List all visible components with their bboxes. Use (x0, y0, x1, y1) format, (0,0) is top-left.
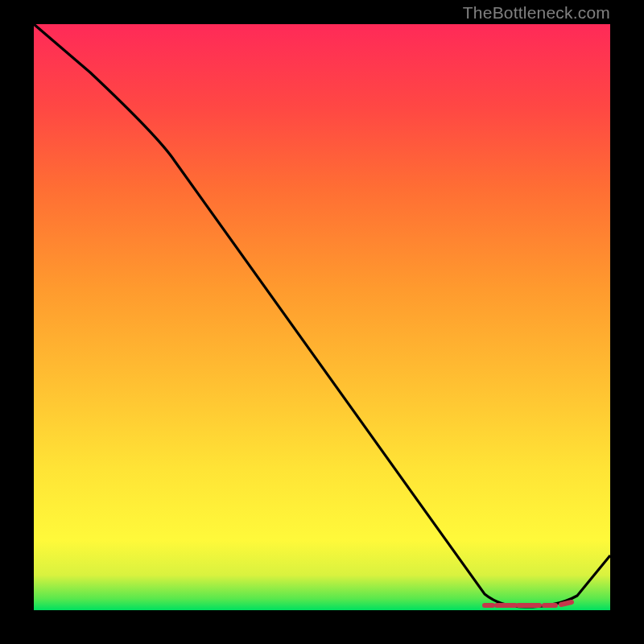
curve-svg (34, 24, 610, 610)
svg-line-4 (561, 602, 572, 605)
bottleneck-curve (34, 24, 610, 607)
chart-frame: TheBottleneck.com (0, 0, 644, 644)
watermark-text: TheBottleneck.com (463, 3, 610, 23)
plot-area (34, 24, 610, 610)
